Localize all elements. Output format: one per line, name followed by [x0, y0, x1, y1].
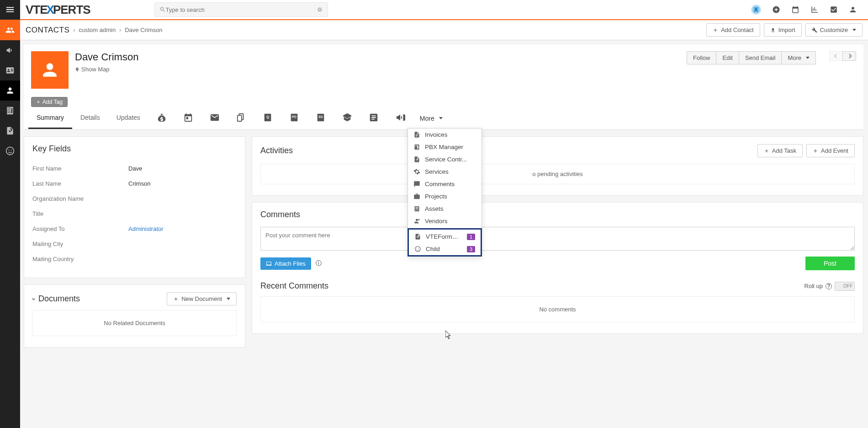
hamburger-menu[interactable] — [0, 0, 20, 20]
note-icon — [369, 112, 379, 123]
dropdown-services[interactable]: Services — [408, 166, 482, 178]
dropdown-vendors[interactable]: Vendors — [408, 215, 482, 227]
tab-summary[interactable]: Summary — [28, 107, 72, 129]
add-tag-button[interactable]: Add Tag — [31, 97, 68, 107]
tab-documents[interactable] — [228, 107, 254, 129]
invoice-icon — [413, 131, 420, 138]
key-value[interactable]: Crimson — [128, 180, 150, 187]
calendar-icon — [183, 112, 193, 123]
svg-point-3 — [9, 150, 10, 150]
record-title: Dave Crimson — [75, 51, 687, 63]
tab-quote[interactable]: Q — [254, 107, 281, 129]
nav-idcard[interactable] — [0, 60, 20, 80]
envelope-icon — [210, 112, 220, 123]
tab-notes[interactable] — [360, 107, 387, 129]
user-icon[interactable] — [849, 5, 857, 14]
nav-contact-single[interactable] — [0, 80, 20, 101]
nav-child[interactable] — [0, 141, 20, 161]
nav-organizations[interactable] — [0, 101, 20, 121]
follow-button[interactable]: Follow — [687, 51, 717, 64]
chart-icon[interactable] — [810, 5, 819, 14]
documents-toggle[interactable]: Documents — [32, 294, 80, 304]
nav-campaigns[interactable] — [0, 40, 20, 60]
caret-down-icon — [227, 298, 230, 300]
calendar-icon[interactable] — [791, 5, 799, 14]
search-input[interactable] — [166, 6, 317, 13]
attach-files-button[interactable]: Attach Files — [260, 257, 311, 270]
smile-icon — [5, 146, 15, 155]
checkbox-icon[interactable] — [830, 5, 838, 14]
key-label: Mailing City — [32, 241, 128, 247]
record-more-button[interactable]: More — [781, 51, 816, 64]
key-row-assigned: Assigned ToAdministrator — [32, 221, 237, 236]
tab-campaigns[interactable] — [387, 107, 413, 129]
tab-po[interactable]: PO — [281, 107, 307, 129]
breadcrumb-module[interactable]: CONTACTS — [26, 26, 69, 35]
tab-more[interactable]: More — [413, 108, 449, 128]
tab-products[interactable] — [334, 107, 360, 129]
add-event-button[interactable]: Add Event — [806, 144, 855, 157]
key-label: Assigned To — [32, 225, 128, 232]
show-map-link[interactable]: Show Map — [75, 66, 109, 73]
no-comments: No comments — [260, 296, 855, 322]
key-label: Title — [32, 210, 128, 217]
phone-system-icon — [413, 144, 420, 150]
dropdown-assets[interactable]: Assets — [408, 203, 482, 215]
new-document-label: New Document — [181, 295, 222, 302]
map-pin-icon — [75, 66, 79, 73]
tab-calendar[interactable] — [175, 107, 201, 129]
form-icon — [5, 126, 15, 135]
dropdown-invoices[interactable]: Invoices — [408, 128, 482, 141]
key-row-title: Title — [32, 206, 237, 221]
tab-money[interactable] — [148, 107, 175, 129]
documents-title: Documents — [38, 294, 80, 304]
import-button[interactable]: Import — [764, 23, 802, 37]
dropdown-pbx[interactable]: PBX Manager — [408, 141, 482, 153]
nav-contacts[interactable] — [0, 20, 20, 40]
dropdown-projects[interactable]: Projects — [408, 190, 482, 203]
dropdown-service-contracts[interactable]: Service Contr... — [408, 153, 482, 166]
key-row-city: Mailing City — [32, 236, 237, 251]
rollup-toggle[interactable]: OFF — [835, 282, 855, 291]
vtexperts-icon[interactable]: X — [751, 5, 761, 15]
nav-forms[interactable] — [0, 121, 20, 141]
breadcrumb-record[interactable]: Dave Crimson — [125, 27, 162, 33]
tab-details[interactable]: Details — [72, 107, 108, 129]
prev-record-button[interactable] — [829, 51, 843, 61]
dropdown-label: Vendors — [425, 218, 476, 225]
add-task-button[interactable]: Add Task — [757, 144, 803, 157]
tab-email[interactable] — [201, 107, 228, 129]
plus-icon — [36, 100, 41, 104]
svg-text:Q: Q — [266, 115, 269, 119]
dropdown-label: PBX Manager — [425, 144, 476, 150]
send-email-button[interactable]: Send Email — [739, 51, 782, 64]
key-value[interactable]: Dave — [128, 165, 142, 172]
key-value-link[interactable]: Administrator — [128, 225, 164, 232]
plus-circle-icon[interactable] — [772, 5, 780, 14]
dropdown-child[interactable]: Child3 — [409, 243, 481, 255]
rollup-control: Roll up ? OFF — [804, 282, 855, 291]
logo: VTEXPERTS — [26, 3, 90, 17]
comment-input[interactable] — [260, 227, 855, 251]
breadcrumb-filter[interactable]: custom admin — [79, 27, 116, 33]
add-contact-button[interactable]: Add Contact — [706, 23, 760, 37]
next-record-button[interactable] — [842, 51, 856, 61]
new-document-button[interactable]: New Document — [167, 292, 237, 305]
edit-button[interactable]: Edit — [716, 51, 739, 64]
svg-rect-11 — [415, 144, 419, 150]
tab-updates[interactable]: Updates — [108, 107, 148, 129]
global-search[interactable] — [154, 2, 328, 17]
record-more-label: More — [788, 54, 801, 61]
dropdown-vteformsub[interactable]: VTEFormSub...1 — [409, 230, 481, 243]
dropdown-label: VTEFormSub... — [426, 233, 462, 240]
help-icon[interactable]: ? — [826, 283, 832, 289]
side-nav — [0, 20, 20, 372]
chevron-down-icon[interactable] — [317, 6, 323, 13]
info-icon[interactable]: ⓘ — [316, 259, 322, 268]
dropdown-comments[interactable]: Comments — [408, 178, 482, 190]
post-button[interactable]: Post — [805, 257, 855, 270]
tab-so[interactable]: SO — [307, 107, 334, 129]
record-header: Add Tag Dave Crimson Show Map Follow Edi… — [24, 45, 863, 107]
briefcase-icon — [413, 193, 420, 200]
customize-button[interactable]: Customize — [805, 23, 863, 37]
